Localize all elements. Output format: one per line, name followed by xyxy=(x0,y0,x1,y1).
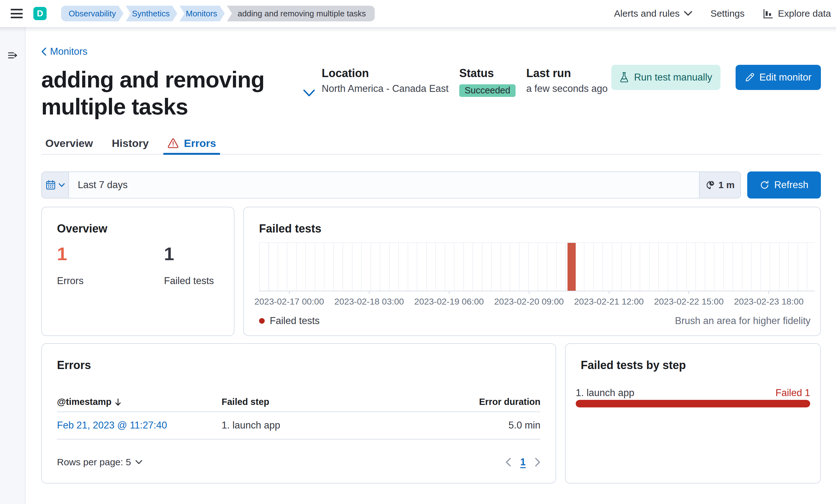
breadcrumb-current: adding and removing multiple tasks xyxy=(227,6,375,21)
error-duration-header-label: Error duration xyxy=(479,397,540,407)
meta-location: Location North America - Canada East xyxy=(322,66,459,94)
axis-tick-label: 2023-02-21 12:00 xyxy=(574,297,644,307)
breadcrumb-monitors[interactable]: Monitors xyxy=(179,6,225,21)
menu-icon[interactable] xyxy=(11,9,23,18)
failed-tests-by-step-title: Failed tests by step xyxy=(581,359,805,371)
calendar-icon xyxy=(46,180,56,190)
failed-tests-panel-title: Failed tests xyxy=(259,222,805,235)
failed-tests-chart[interactable]: 2023-02-17 00:002023-02-18 03:002023-02-… xyxy=(259,242,815,308)
previous-page-button[interactable] xyxy=(506,458,511,467)
chart-plot-area[interactable] xyxy=(259,242,815,291)
page-number-1[interactable]: 1 xyxy=(520,457,526,468)
date-quick-select-button[interactable] xyxy=(42,172,69,198)
errors-panel: Errors @timestamp Failed step Error dura… xyxy=(41,343,556,484)
rows-per-page-selector[interactable]: Rows per page: 5 xyxy=(57,457,142,467)
panels-row-2: Errors @timestamp Failed step Error dura… xyxy=(41,343,821,484)
errors-table: @timestamp Failed step Error duration Fe… xyxy=(57,397,540,440)
table-footer: Rows per page: 5 1 xyxy=(57,457,540,468)
column-header-timestamp[interactable]: @timestamp xyxy=(57,397,222,407)
rows-per-page-label: Rows per page: 5 xyxy=(57,457,131,467)
overview-panel: Overview 1 Errors 1 Failed tests xyxy=(41,207,234,336)
failed-step-header-label: Failed step xyxy=(222,397,269,407)
breadcrumb-synthetics[interactable]: Synthetics xyxy=(126,6,177,21)
sort-down-icon xyxy=(115,398,121,406)
column-header-error-duration[interactable]: Error duration xyxy=(440,397,540,407)
tab-overview[interactable]: Overview xyxy=(41,138,97,155)
error-timestamp-link[interactable]: Feb 21, 2023 @ 11:27:40 xyxy=(57,420,167,431)
settings-label: Settings xyxy=(710,8,744,19)
collapsed-sidebar xyxy=(0,27,25,504)
pagination: 1 xyxy=(506,457,540,468)
stat-failed-tests-value: 1 xyxy=(164,244,214,264)
refresh-interval-value: 1 m xyxy=(718,180,735,190)
axis-tick-label: 2023-02-17 00:00 xyxy=(254,297,324,307)
table-row: Feb 21, 2023 @ 11:27:40 1. launch app 5.… xyxy=(57,412,540,440)
bystep-progress-track xyxy=(576,400,810,407)
errors-panel-title: Errors xyxy=(57,359,540,371)
failed-test-bar[interactable] xyxy=(568,243,576,291)
back-to-monitors-link[interactable]: Monitors xyxy=(41,46,88,57)
breadcrumb-observability[interactable]: Observability xyxy=(61,6,124,21)
stat-errors-value: 1 xyxy=(57,244,164,264)
bystep-failed-count: Failed 1 xyxy=(776,387,810,399)
timestamp-header-label: @timestamp xyxy=(57,397,111,407)
expand-sidebar-icon[interactable] xyxy=(7,50,18,60)
stat-errors-label: Errors xyxy=(57,275,164,287)
alerts-and-rules-label: Alerts and rules xyxy=(614,8,680,19)
chart-brush-note: Brush an area for higher fidelity xyxy=(675,315,811,327)
refresh-interval-button[interactable]: 1 m xyxy=(699,172,740,198)
stat-errors: 1 Errors xyxy=(57,244,164,287)
explore-data-icon xyxy=(763,8,774,19)
chevron-left-icon xyxy=(41,47,46,56)
date-range-value[interactable]: Last 7 days xyxy=(69,172,699,198)
stat-failed-tests: 1 Failed tests xyxy=(164,244,214,287)
bystep-row: 1. launch app Failed 1 xyxy=(576,387,810,399)
avatar[interactable]: D xyxy=(33,7,46,20)
settings-link[interactable]: Settings xyxy=(710,8,744,19)
header-actions: Run test manually Edit monitor xyxy=(611,65,821,90)
column-header-failed-step[interactable]: Failed step xyxy=(222,397,440,407)
axis-tick xyxy=(529,291,529,294)
chevron-down-icon xyxy=(684,11,692,16)
page-title: adding and removing multiple tasks xyxy=(41,66,298,120)
panels-row-1: Overview 1 Errors 1 Failed tests Failed … xyxy=(41,207,821,336)
axis-tick xyxy=(289,291,289,294)
back-link-label: Monitors xyxy=(50,46,88,57)
chevron-down-icon xyxy=(59,183,65,187)
axis-tick xyxy=(609,291,609,294)
tab-errors[interactable]: Errors xyxy=(163,138,220,155)
chart-legend[interactable]: Failed tests xyxy=(259,315,320,327)
breadcrumb: Observability Synthetics Monitors adding… xyxy=(61,6,377,21)
legend-label: Failed tests xyxy=(270,315,320,327)
title-chevron-down-icon[interactable] xyxy=(303,89,315,97)
tab-errors-label: Errors xyxy=(184,138,216,149)
axis-tick-label: 2023-02-22 15:00 xyxy=(654,297,724,307)
chart-x-axis: 2023-02-17 00:002023-02-18 03:002023-02-… xyxy=(259,291,815,308)
axis-tick-label: 2023-02-18 03:00 xyxy=(334,297,404,307)
axis-tick-label: 2023-02-20 09:00 xyxy=(494,297,564,307)
refresh-button[interactable]: Refresh xyxy=(747,172,821,198)
time-filter-row: Last 7 days 1 m Refresh xyxy=(41,172,821,198)
chevron-right-icon xyxy=(535,458,540,467)
main-content: Monitors adding and removing multiple ta… xyxy=(26,27,836,504)
alerts-and-rules-menu[interactable]: Alerts and rules xyxy=(614,8,692,19)
chart-footer: Failed tests Brush an area for higher fi… xyxy=(259,315,811,327)
explore-data-link[interactable]: Explore data xyxy=(763,8,831,19)
last-run-value: a few seconds ago xyxy=(526,83,608,94)
errors-table-header: @timestamp Failed step Error duration xyxy=(57,397,540,412)
edit-monitor-label: Edit monitor xyxy=(760,72,812,83)
axis-tick-label: 2023-02-23 18:00 xyxy=(734,297,803,307)
warning-icon xyxy=(168,138,179,148)
axis-tick xyxy=(449,291,450,294)
bystep-step-label: 1. launch app xyxy=(576,387,634,399)
overview-stats: 1 Errors 1 Failed tests xyxy=(57,244,219,287)
run-test-manually-button[interactable]: Run test manually xyxy=(611,65,720,90)
chevron-left-icon xyxy=(506,458,511,467)
tab-history[interactable]: History xyxy=(108,138,153,155)
cell-timestamp: Feb 21, 2023 @ 11:27:40 xyxy=(57,420,222,431)
legend-dot-icon xyxy=(259,318,265,324)
edit-monitor-button[interactable]: Edit monitor xyxy=(736,65,821,90)
next-page-button[interactable] xyxy=(535,458,540,467)
bystep-list: 1. launch app Failed 1 xyxy=(576,387,810,407)
tab-bar: Overview History Errors xyxy=(41,138,821,155)
